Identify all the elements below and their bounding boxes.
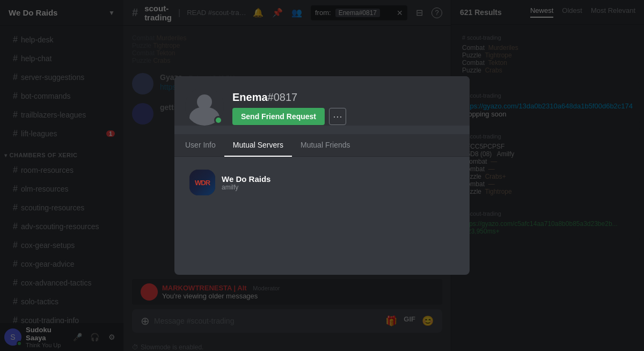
- modal-tabs: User Info Mutual Servers Mutual Friends: [174, 134, 470, 157]
- modal-username-display: Enema#0817: [232, 91, 459, 104]
- tab-user-info[interactable]: User Info: [185, 134, 224, 157]
- modal-body: WDR We Do Raids amilfy: [174, 157, 470, 275]
- modal-username: Enema: [232, 91, 268, 103]
- server-subtitle: amilfy: [222, 184, 270, 191]
- modal-actions: Send Friend Request ⋯: [232, 108, 459, 125]
- avatar-status-indicator: [214, 116, 223, 125]
- more-options-button[interactable]: ⋯: [329, 108, 346, 125]
- modal-user-info: Enema#0817 Send Friend Request ⋯: [232, 87, 459, 125]
- send-friend-request-button[interactable]: Send Friend Request: [232, 108, 325, 125]
- modal-user-header: Enema#0817 Send Friend Request ⋯: [174, 76, 470, 126]
- tab-mutual-servers[interactable]: Mutual Servers: [224, 134, 292, 157]
- modal-overlay[interactable]: Enema#0817 Send Friend Request ⋯ User In…: [0, 0, 644, 351]
- server-info: We Do Raids amilfy: [222, 174, 270, 191]
- server-entry[interactable]: WDR We Do Raids amilfy: [185, 165, 459, 200]
- modal-discriminator: #0817: [268, 91, 298, 103]
- server-name: We Do Raids: [222, 174, 270, 184]
- tab-mutual-friends[interactable]: Mutual Friends: [292, 134, 359, 157]
- user-profile-modal: Enema#0817 Send Friend Request ⋯ User In…: [174, 76, 470, 275]
- modal-avatar-container: [185, 87, 224, 126]
- server-icon: WDR: [189, 170, 215, 195]
